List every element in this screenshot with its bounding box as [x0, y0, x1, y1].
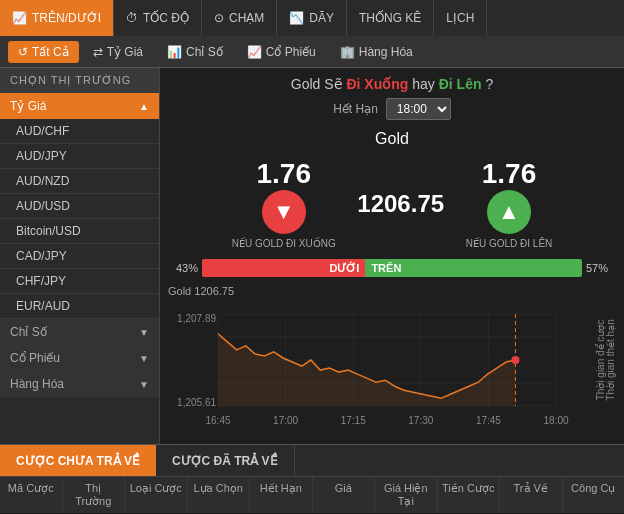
nav-thong-ke[interactable]: THỐNG KÊ: [347, 0, 434, 36]
table-header-col: Thị Trường: [63, 477, 126, 513]
chi-so-section-label: Chỉ Số: [10, 325, 47, 339]
tat-ca-icon: ↺: [18, 45, 28, 59]
btn-co-phieu-label: Cổ Phiếu: [266, 45, 316, 59]
sidebar-section-ty-gia: Tỷ Giá ▲ AUD/CHFAUD/JPYAUD/NZDAUD/USDBit…: [0, 93, 159, 319]
tab-da-tra-ve[interactable]: CƯỢC ĐÃ TRẢ VỀ: [156, 445, 295, 476]
sidebar: CHỌN THỊ TRƯỜNG Tỷ Giá ▲ AUD/CHFAUD/JPYA…: [0, 68, 160, 444]
sidebar-ty-gia-list: AUD/CHFAUD/JPYAUD/NZDAUD/USDBitcoin/USDC…: [0, 119, 159, 319]
nav-cham-label: CHẠM: [229, 11, 264, 25]
tren-duoi-icon: 📈: [12, 11, 27, 25]
progress-bar-row: 43% DƯỚI TRÊN 57%: [160, 255, 624, 281]
hang-hoa-arrow-icon: ▼: [139, 379, 149, 390]
nav-day[interactable]: 📉 DÃY: [277, 0, 347, 36]
sidebar-section-co-phieu-title[interactable]: Cổ Phiếu ▼: [0, 345, 159, 371]
chart-area: Gold 1206.75: [160, 281, 624, 444]
chart-container: [168, 299, 616, 436]
ty-gia-section-label: Tỷ Giá: [10, 99, 46, 113]
nav-tren-duoi[interactable]: 📈 TRÊN/DƯỚI: [0, 0, 114, 36]
nav-toc-do-label: TỐC ĐỘ: [143, 11, 189, 25]
nav-lich[interactable]: LỊCH: [434, 0, 487, 36]
table-header-col: Giá Hiện Tại: [375, 477, 438, 513]
btn-tat-ca-label: Tất Cả: [32, 45, 69, 59]
second-navigation: ↺ Tất Cả ⇄ Tỷ Giá 📊 Chỉ Số 📈 Cổ Phiếu 🏢 …: [0, 36, 624, 68]
nav-tren-duoi-label: TRÊN/DƯỚI: [32, 11, 101, 25]
prediction-header: Gold Sẽ Đi Xuống hay Đi Lên ?: [160, 68, 624, 96]
sidebar-item[interactable]: CHF/JPY: [0, 269, 159, 294]
chi-so-arrow-icon: ▼: [139, 327, 149, 338]
sidebar-section-chi-so: Chỉ Số ▼: [0, 319, 159, 345]
main-layout: CHỌN THỊ TRƯỜNG Tỷ Giá ▲ AUD/CHFAUD/JPYA…: [0, 68, 624, 444]
nav-day-label: DÃY: [309, 11, 334, 25]
table-header-col: Giá: [313, 477, 376, 513]
table-header-col: Trả Về: [500, 477, 563, 513]
nav-lich-label: LỊCH: [446, 11, 474, 25]
gold-label: Gold: [160, 126, 624, 152]
sidebar-item[interactable]: CAD/JPY: [0, 244, 159, 269]
bet-up-value: 1.76: [466, 158, 553, 190]
btn-tat-ca[interactable]: ↺ Tất Cả: [8, 41, 79, 63]
hang-hoa-icon: 🏢: [340, 45, 355, 59]
ty-gia-arrow-icon: ▲: [139, 101, 149, 112]
expiry-label: Hết Hạn: [333, 102, 378, 116]
chart-title: Gold 1206.75: [168, 285, 616, 297]
nav-toc-do[interactable]: ⏱ TỐC ĐỘ: [114, 0, 202, 36]
progress-bar: DƯỚI TRÊN: [202, 259, 582, 277]
tab-chua-tra-ve-label: CƯỢC CHƯA TRẢ VỀ: [16, 454, 140, 468]
sidebar-item[interactable]: Bitcoin/USD: [0, 219, 159, 244]
bet-current-price: 1206.75: [356, 190, 446, 218]
btn-hang-hoa[interactable]: 🏢 Hàng Hóa: [330, 41, 423, 63]
prediction-question: Gold Sẽ: [291, 76, 343, 92]
nav-thong-ke-label: THỐNG KÊ: [359, 11, 421, 25]
table-header-col: Hết Hạn: [250, 477, 313, 513]
up-percentage: 57%: [586, 262, 614, 274]
table-header-col: Loại Cược: [125, 477, 188, 513]
ty-gia-icon: ⇄: [93, 45, 103, 59]
btn-hang-hoa-label: Hàng Hóa: [359, 45, 413, 59]
expiry-select[interactable]: 18:00: [386, 98, 451, 120]
sidebar-item[interactable]: AUD/CHF: [0, 119, 159, 144]
tab-da-tra-ve-label: CƯỢC ĐÃ TRẢ VỀ: [172, 454, 278, 468]
bottom-tabs: CƯỢC CHƯA TRẢ VỀ CƯỢC ĐÃ TRẢ VỀ: [0, 444, 624, 476]
prediction-up-text: Đi Lên: [439, 76, 482, 92]
footer-table-header: Mã CượcThị TrườngLoại CượcLựa ChọnHết Hạ…: [0, 476, 624, 513]
table-header-col: Mã Cược: [0, 477, 63, 513]
tab-chua-tra-ve[interactable]: CƯỢC CHƯA TRẢ VỀ: [0, 445, 156, 476]
sidebar-section-hang-hoa: Hàng Hóa ▼: [0, 371, 159, 397]
expiry-row: Hết Hạn 18:00: [160, 96, 624, 126]
table-header-col: Lựa Chọn: [188, 477, 251, 513]
bet-row: 1.76 NẾU GOLD ĐI XUỐNG 1206.75 1.76 NẾU …: [160, 152, 624, 255]
sidebar-section-chi-so-title[interactable]: Chỉ Số ▼: [0, 319, 159, 345]
sidebar-item[interactable]: AUD/JPY: [0, 144, 159, 169]
co-phieu-arrow-icon: ▼: [139, 353, 149, 364]
sidebar-section-co-phieu: Cổ Phiếu ▼: [0, 345, 159, 371]
sidebar-section-ty-gia-title[interactable]: Tỷ Giá ▲: [0, 93, 159, 119]
up-arrow-button[interactable]: [487, 190, 531, 234]
down-percentage: 43%: [170, 262, 198, 274]
btn-ty-gia[interactable]: ⇄ Tỷ Giá: [83, 41, 153, 63]
nav-cham[interactable]: ⊙ CHẠM: [202, 0, 277, 36]
co-phieu-icon: 📈: [247, 45, 262, 59]
progress-bar-down: DƯỚI: [202, 259, 365, 277]
prediction-question-mark: ?: [485, 76, 493, 92]
btn-ty-gia-label: Tỷ Giá: [107, 45, 143, 59]
chi-so-icon: 📊: [167, 45, 182, 59]
down-arrow-button[interactable]: [262, 190, 306, 234]
sidebar-item[interactable]: AUD/NZD: [0, 169, 159, 194]
content-area: Gold Sẽ Đi Xuống hay Đi Lên ? Hết Hạn 18…: [160, 68, 624, 444]
top-navigation: 📈 TRÊN/DƯỚI ⏱ TỐC ĐỘ ⊙ CHẠM 📉 DÃY THỐNG …: [0, 0, 624, 36]
co-phieu-section-label: Cổ Phiếu: [10, 351, 60, 365]
sidebar-item[interactable]: EUR/AUD: [0, 294, 159, 319]
bet-down-section: 1.76 NẾU GOLD ĐI XUỐNG: [232, 158, 336, 249]
day-icon: 📉: [289, 11, 304, 25]
toc-do-icon: ⏱: [126, 11, 138, 25]
prediction-hay: hay: [412, 76, 438, 92]
sidebar-section-hang-hoa-title[interactable]: Hàng Hóa ▼: [0, 371, 159, 397]
btn-co-phieu[interactable]: 📈 Cổ Phiếu: [237, 41, 326, 63]
sidebar-item[interactable]: AUD/USD: [0, 194, 159, 219]
table-header-col: Công Cụ: [563, 477, 625, 513]
bet-up-section: 1.76 NẾU GOLD ĐI LÊN: [466, 158, 553, 249]
btn-chi-so[interactable]: 📊 Chỉ Số: [157, 41, 233, 63]
btn-chi-so-label: Chỉ Số: [186, 45, 223, 59]
progress-bar-up: TRÊN: [365, 259, 582, 277]
table-header-col: Tiền Cược: [438, 477, 501, 513]
